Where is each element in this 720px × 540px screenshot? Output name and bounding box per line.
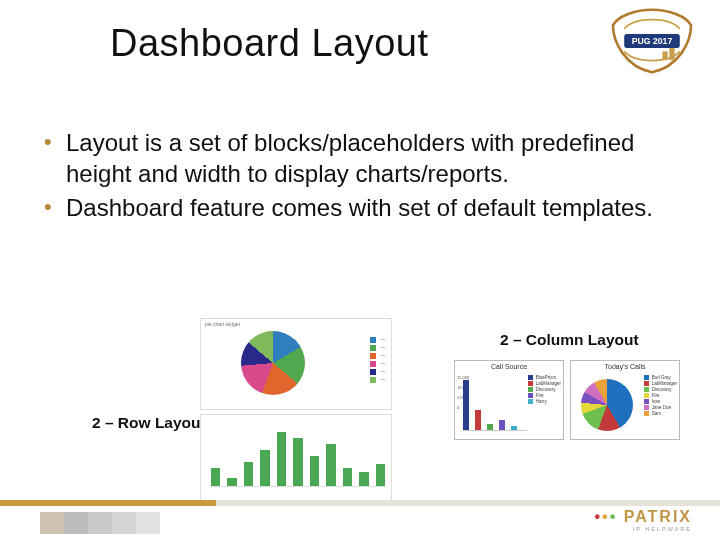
panel-call-source: Call Source 15,00010,0005,0000 BluePrism… (454, 360, 564, 440)
svg-rect-1 (662, 51, 667, 60)
page-title: Dashboard Layout (110, 22, 429, 65)
panel-legend: BluePrismLabManagerDiscoveryFireHarry (528, 375, 561, 404)
panel-legend: Bud GrayLabManagerDiscoveryFireIvanJane … (644, 375, 677, 416)
pie-icon (241, 331, 305, 395)
divider-bar (0, 500, 720, 506)
panel-pie-icon (581, 379, 633, 431)
bullet-item: Layout is a set of blocks/placeholders w… (40, 128, 660, 189)
pie-header: pie chart widget (205, 321, 240, 327)
bullet-item: Dashboard feature comes with set of defa… (40, 193, 660, 224)
label-row-layout: 2 – Row Layout (92, 414, 206, 432)
slide: Dashboard Layout PUG 2017 Layout is a se… (0, 0, 720, 540)
label-column-layout: 2 – Column Layout (500, 331, 639, 349)
column-layout-example: Call Source 15,00010,0005,0000 BluePrism… (454, 360, 680, 440)
brand-subtitle: IP HELPWARE (594, 526, 692, 532)
bullet-list: Layout is a set of blocks/placeholders w… (40, 128, 660, 228)
row-layout-example: pie chart widget — — — — — — (200, 318, 392, 502)
example-pie-chart: pie chart widget — — — — — — (200, 318, 392, 410)
panel-title: Call Source (455, 363, 563, 370)
example-bar-chart (200, 414, 392, 502)
event-badge-icon: PUG 2017 (608, 8, 696, 74)
color-block-strip (40, 512, 160, 534)
badge-text: PUG 2017 (632, 36, 673, 46)
panel-bars (463, 375, 527, 431)
svg-rect-2 (669, 48, 674, 60)
panel-title: Today's Calls (571, 363, 679, 370)
panel-todays-calls: Today's Calls Bud GrayLabManagerDiscover… (570, 360, 680, 440)
brand-name: PATRIX (624, 508, 692, 525)
pie-legend: — — — — — — (370, 337, 386, 383)
brand-logo: ••• PATRIX IP HELPWARE (594, 508, 692, 532)
